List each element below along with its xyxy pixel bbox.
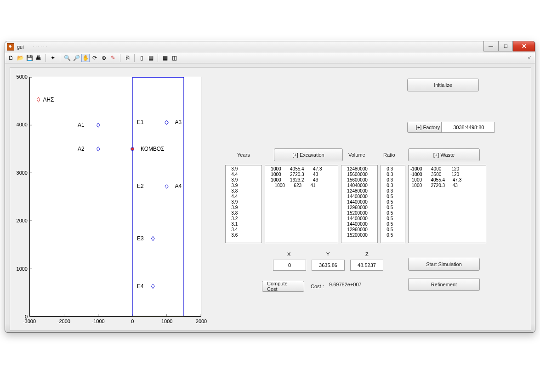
waste-listbox[interactable]: -1000 4000 120 -1000 3500 120 1000 4055.… bbox=[408, 165, 486, 243]
volume-listbox[interactable]: 12480000 15600000 15600000 14040000 1248… bbox=[341, 165, 378, 243]
initialize-button[interactable]: Initialize bbox=[407, 79, 479, 91]
toolbar-overflow-icon[interactable]: ⭹ bbox=[527, 54, 532, 61]
compute-cost-button[interactable]: Compute Cost bbox=[262, 281, 304, 292]
show-plot-tools-icon[interactable]: ◫ bbox=[170, 54, 178, 62]
svg-text:A1: A1 bbox=[78, 122, 85, 128]
data-cursor-icon[interactable]: ⊕ bbox=[100, 54, 108, 62]
toolbar: 🗋 📂 💾 🖶 ✦ 🔍 🔎 ✋ ⟳ ⊕ ✎ ⎘ ▯ ▤ ▦ ◫ ⭹ bbox=[5, 52, 535, 63]
rotate-icon[interactable]: ⟳ bbox=[91, 54, 99, 62]
link-icon[interactable]: ⎘ bbox=[123, 54, 131, 62]
waste-button[interactable]: [+] Waste bbox=[408, 148, 480, 161]
main-window: gui · · · · · · — ☐ ✕ 🗋 📂 💾 🖶 ✦ 🔍 🔎 ✋ ⟳ … bbox=[5, 41, 535, 333]
scatter-plot: ΑΗΣA1A2ΚΟΜΒΟΣA3A4E1E2E3E4 bbox=[30, 77, 201, 316]
z-label: Z bbox=[365, 251, 369, 257]
maximize-button[interactable]: ☐ bbox=[498, 41, 513, 51]
minimize-button[interactable]: — bbox=[483, 41, 498, 51]
pan-icon[interactable]: ✋ bbox=[81, 54, 90, 62]
axes[interactable]: ΑΗΣA1A2ΚΟΜΒΟΣA3A4E1E2E3E4 bbox=[29, 77, 201, 317]
svg-text:E3: E3 bbox=[137, 235, 144, 242]
z-input[interactable] bbox=[350, 260, 383, 271]
years-listbox[interactable]: 3.9 4.4 3.9 3.9 3.8 4.4 3.9 3.9 3.8 3.2 … bbox=[225, 165, 262, 243]
svg-text:E1: E1 bbox=[137, 119, 144, 126]
window-title: gui bbox=[17, 44, 24, 50]
svg-rect-12 bbox=[132, 77, 184, 316]
open-file-icon[interactable]: 📂 bbox=[16, 54, 24, 62]
print-icon[interactable]: 🖶 bbox=[34, 54, 43, 62]
cost-label: Cost : bbox=[311, 284, 324, 289]
window-buttons: — ☐ ✕ bbox=[483, 41, 535, 51]
factory-input[interactable] bbox=[441, 122, 495, 133]
matlab-icon bbox=[7, 43, 14, 51]
svg-text:ΑΗΣ: ΑΗΣ bbox=[43, 97, 54, 103]
y-label: Y bbox=[326, 251, 330, 257]
start-simulation-button[interactable]: Start Simulation bbox=[408, 258, 480, 271]
refinement-button[interactable]: Refinement bbox=[408, 278, 480, 291]
ratio-listbox[interactable]: 0.3 0.3 0.3 0.3 0.3 0.5 0.5 0.5 0.5 0.5 … bbox=[381, 165, 405, 243]
x-label: X bbox=[287, 251, 290, 257]
svg-text:A3: A3 bbox=[175, 119, 182, 126]
zoom-in-icon[interactable]: 🔍 bbox=[63, 54, 71, 62]
excavation-listbox[interactable]: 1000 4055.4 47.3 1000 2720.3 43 1000 162… bbox=[265, 165, 338, 243]
x-input[interactable] bbox=[273, 260, 306, 271]
svg-text:E4: E4 bbox=[137, 283, 144, 290]
colorbar-icon[interactable]: ▯ bbox=[137, 54, 146, 62]
save-icon[interactable]: 💾 bbox=[25, 54, 34, 62]
pointer-icon[interactable]: ✦ bbox=[49, 54, 57, 62]
svg-text:ΚΟΜΒΟΣ: ΚΟΜΒΟΣ bbox=[141, 146, 164, 152]
years-label: Years bbox=[237, 152, 250, 158]
figure-panel: ΑΗΣA1A2ΚΟΜΒΟΣA3A4E1E2E3E4 01000200030004… bbox=[10, 67, 531, 331]
brush-icon[interactable]: ✎ bbox=[109, 54, 117, 62]
titlebar-caption: · · · · · · bbox=[33, 44, 47, 49]
cost-value: 9.69782e+007 bbox=[329, 282, 362, 287]
close-button[interactable]: ✕ bbox=[513, 41, 535, 51]
zoom-out-icon[interactable]: 🔎 bbox=[72, 54, 80, 62]
titlebar: gui · · · · · · — ☐ ✕ bbox=[5, 41, 535, 52]
hide-plot-tools-icon[interactable]: ▦ bbox=[161, 54, 169, 62]
svg-point-16 bbox=[131, 148, 134, 151]
svg-text:A4: A4 bbox=[175, 183, 182, 189]
ratio-label: Ratio bbox=[383, 152, 395, 158]
svg-text:E2: E2 bbox=[137, 183, 144, 189]
volume-label: Volume bbox=[348, 152, 365, 158]
legend-icon[interactable]: ▤ bbox=[147, 54, 155, 62]
new-file-icon[interactable]: 🗋 bbox=[7, 54, 15, 62]
y-input[interactable] bbox=[312, 260, 345, 271]
excavation-button[interactable]: [+] Excavation bbox=[274, 148, 343, 161]
svg-text:A2: A2 bbox=[78, 146, 85, 152]
